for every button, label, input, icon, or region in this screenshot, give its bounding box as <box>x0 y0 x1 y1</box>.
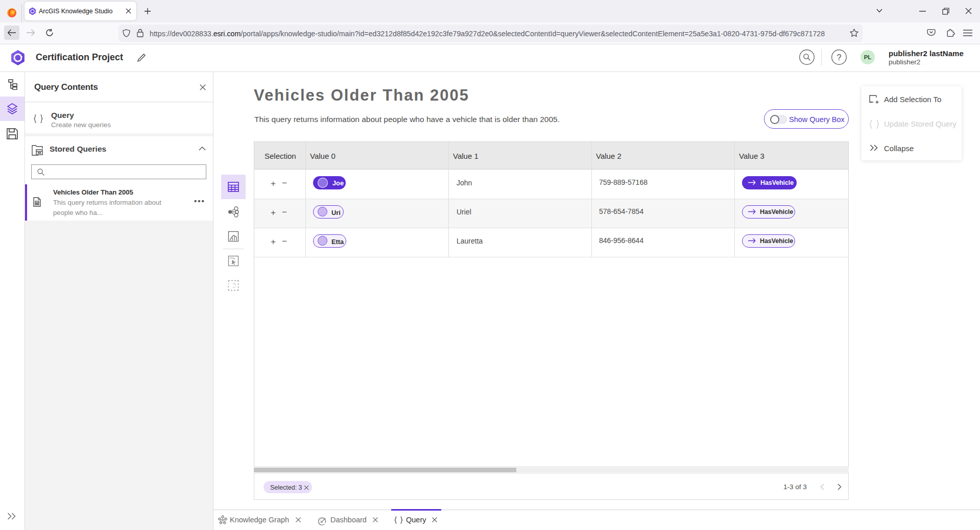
svg-text:?: ? <box>837 53 842 62</box>
